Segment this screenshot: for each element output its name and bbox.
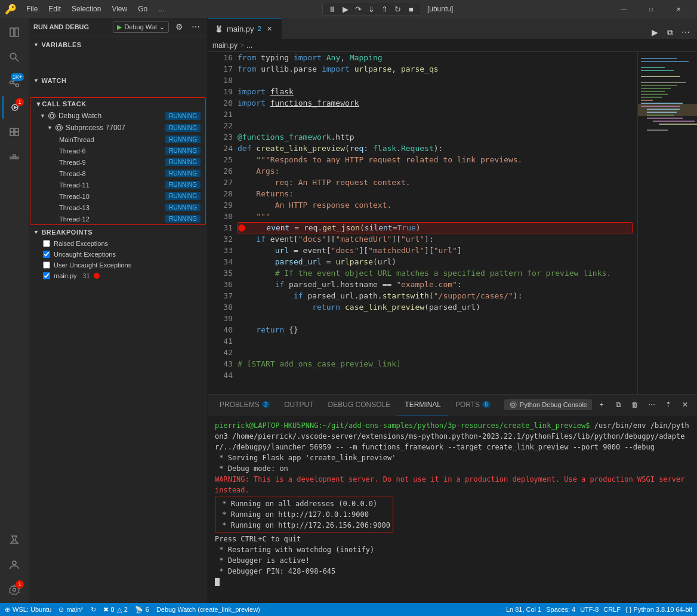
breakpoint-checkbox[interactable] <box>43 261 50 269</box>
code-line: # If the event object URL matches a spec… <box>238 267 633 279</box>
watch-header[interactable]: ▼ WATCH <box>29 75 207 87</box>
activity-debug[interactable]: 1 <box>2 96 26 119</box>
status-position[interactable]: Ln 81, Col 1 <box>506 606 541 613</box>
terminal-content[interactable]: pierrick@LAPTOP-HKU5PNNG:~/git/add-ons-s… <box>208 415 697 603</box>
status-ports[interactable]: 📡 6 <box>135 606 149 614</box>
callstack-header[interactable]: ▼ CALL STACK <box>30 98 205 110</box>
debug-restart-btn[interactable]: ↻ <box>392 3 404 15</box>
activity-settings[interactable]: 1 <box>2 578 26 602</box>
menu-file[interactable]: File <box>21 4 42 14</box>
menu-edit[interactable]: Edit <box>44 4 66 14</box>
code-editor[interactable]: 1617181920212223242526272829303132333435… <box>208 52 637 394</box>
activity-search[interactable] <box>2 45 26 69</box>
activity-test[interactable] <box>2 528 26 552</box>
svg-rect-37 <box>641 103 683 104</box>
menu-go[interactable]: Go <box>133 4 152 14</box>
status-eol[interactable]: CRLF <box>603 606 621 613</box>
breadcrumb-file[interactable]: main.py <box>212 41 238 50</box>
menu-view[interactable]: View <box>107 4 132 14</box>
activity-scm[interactable]: 1K+ <box>2 70 26 94</box>
close-btn[interactable]: ✕ <box>665 0 692 18</box>
terminal-cursor-line <box>215 577 690 587</box>
debug-step-over-btn[interactable]: ↷ <box>353 3 365 15</box>
sidebar: RUN AND DEBUG ▶ Debug Wat ⌄ ⚙ ⋯ ▼ VARIAB… <box>29 18 208 603</box>
debug-session-label: [ubuntu] <box>424 5 457 13</box>
debug-settings-btn[interactable]: ⚙ <box>172 20 186 33</box>
status-errors[interactable]: ✖ 0 △ 2 <box>103 606 128 614</box>
minimize-btn[interactable]: — <box>610 0 637 18</box>
debug-config-button[interactable]: ▶ Debug Wat ⌄ <box>113 21 169 33</box>
breadcrumb-path[interactable]: ... <box>246 41 252 50</box>
thread-item[interactable]: Thread-10RUNNING <box>30 190 205 202</box>
tab-debug-console[interactable]: DEBUG CONSOLE <box>321 395 398 415</box>
status-spaces[interactable]: Spaces: 4 <box>546 606 575 613</box>
more-terminal-btn[interactable]: ⋯ <box>644 398 659 412</box>
thread-item[interactable]: MainThreadRUNNING <box>30 134 205 145</box>
add-terminal-btn[interactable]: + <box>594 398 609 412</box>
tab-close-btn[interactable]: ✕ <box>265 24 275 33</box>
tab-bar: 🐰 main.py 2 ✕ ▶ ⧉ ⋯ <box>208 18 697 39</box>
breakpoint-checkbox[interactable] <box>43 272 50 279</box>
debug-more-btn[interactable]: ⋯ <box>189 20 202 33</box>
tab-terminal[interactable]: TERMINAL <box>397 395 448 415</box>
running-badge: RUNNING <box>165 158 201 166</box>
status-branch[interactable]: ⊙ main* <box>58 606 83 614</box>
thread-item[interactable]: Thread-13RUNNING <box>30 202 205 213</box>
activity-explorer[interactable] <box>2 20 26 44</box>
thread-item[interactable]: Thread-11RUNNING <box>30 179 205 190</box>
scm-badge: 1K+ <box>11 73 24 81</box>
activity-account[interactable] <box>2 553 26 577</box>
svg-marker-10 <box>14 106 17 109</box>
run-file-btn[interactable]: ▶ <box>648 26 661 39</box>
variables-header[interactable]: ▼ VARIABLES <box>29 39 207 51</box>
debug-step-into-btn[interactable]: ⇓ <box>366 3 378 15</box>
watch-section: ▼ WATCH <box>29 72 207 96</box>
variables-section: ▼ VARIABLES <box>29 36 207 72</box>
thread-item[interactable]: Thread-8RUNNING <box>30 168 205 179</box>
call-group-debug-watch[interactable]: ▼ Debug Watch RUNNING <box>30 110 205 122</box>
close-panel-btn[interactable]: ✕ <box>678 398 692 412</box>
svg-rect-12 <box>15 132 18 135</box>
tab-ports[interactable]: PORTS 6 <box>448 395 498 415</box>
running-badge: RUNNING <box>165 181 201 189</box>
tab-output[interactable]: OUTPUT <box>277 395 320 415</box>
code-line <box>238 313 633 324</box>
python-debug-console-btn[interactable]: Python Debug Console <box>504 399 592 410</box>
breakpoints-header[interactable]: ▼ BREAKPOINTS <box>29 226 207 238</box>
tab-problems[interactable]: PROBLEMS 2 <box>212 395 277 415</box>
maximize-btn[interactable]: □ <box>637 0 665 18</box>
thread-item[interactable]: Thread-12RUNNING <box>30 213 205 224</box>
thread-item[interactable]: Thread-6RUNNING <box>30 145 205 156</box>
status-debug-session[interactable]: Debug Watch (create_link_preview) <box>156 606 260 613</box>
breakpoint-checkbox[interactable] <box>43 240 50 247</box>
menu-more[interactable]: ... <box>153 4 169 14</box>
status-wsl[interactable]: ⊕ WSL: Ubuntu <box>5 606 51 614</box>
warning-icon: △ <box>117 606 122 614</box>
debug-stop-btn[interactable]: ■ <box>405 3 417 15</box>
code-line: """ <box>238 211 633 222</box>
maximize-panel-btn[interactable]: ⇡ <box>661 398 676 412</box>
tab-modified-indicator: 2 <box>258 25 261 32</box>
thread-item[interactable]: Thread-9RUNNING <box>30 156 205 168</box>
terminal-line: Press CTRL+C to quit <box>215 534 690 544</box>
debug-step-out-btn[interactable]: ⇑ <box>379 3 391 15</box>
status-sync[interactable]: ↻ <box>91 606 96 614</box>
status-encoding[interactable]: UTF-8 <box>580 606 599 613</box>
split-terminal-btn[interactable]: ⧉ <box>611 398 625 412</box>
call-subgroup-subprocess[interactable]: ▼ Subprocess 77007 RUNNING <box>30 122 205 134</box>
split-editor-btn[interactable]: ⧉ <box>664 26 677 39</box>
debug-continue-btn[interactable]: ▶ <box>340 3 351 15</box>
debug-pause-btn[interactable]: ⏸ <box>326 3 338 15</box>
thread-name: Thread-11 <box>59 181 163 189</box>
tab-main-py[interactable]: 🐰 main.py 2 ✕ <box>208 18 282 39</box>
code-line: req: An HTTP request context. <box>238 177 633 188</box>
breakpoint-checkbox[interactable] <box>43 251 50 258</box>
activity-extensions[interactable] <box>2 121 26 144</box>
more-actions-btn[interactable]: ⋯ <box>679 26 692 39</box>
svg-rect-26 <box>641 61 689 62</box>
minimap <box>637 52 697 394</box>
activity-docker[interactable] <box>2 146 26 170</box>
menu-selection[interactable]: Selection <box>67 4 106 14</box>
status-language[interactable]: { } Python 3.8.10 64-bit <box>625 606 692 613</box>
kill-terminal-btn[interactable]: 🗑 <box>628 398 642 412</box>
